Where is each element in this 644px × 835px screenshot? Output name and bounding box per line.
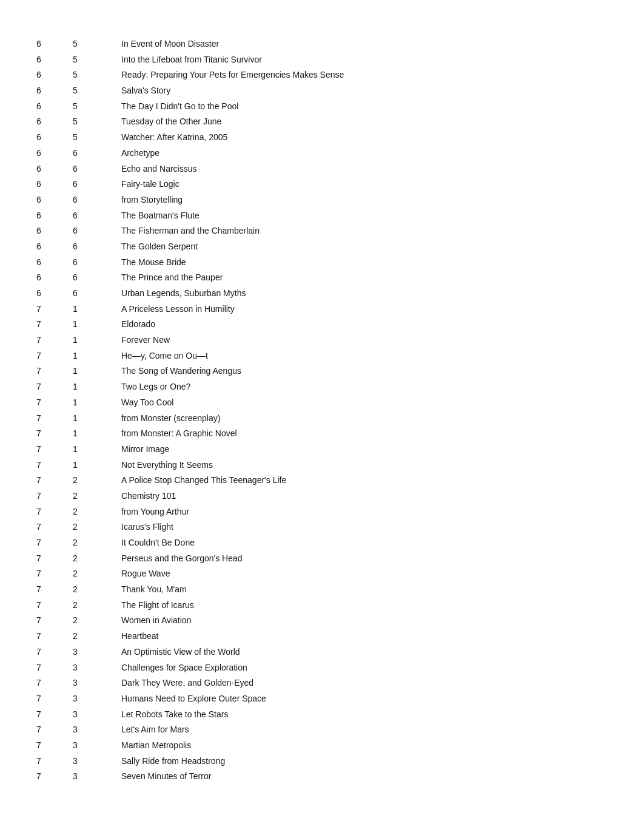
- grade-cell: 7: [36, 396, 73, 410]
- unit-cell: 2: [73, 567, 121, 581]
- title-cell: Seven Minutes of Terror: [121, 770, 608, 783]
- grade-cell: 7: [36, 505, 73, 519]
- table-row: 66Echo and Narcissus: [36, 161, 608, 177]
- grade-cell: 7: [36, 380, 73, 394]
- title-cell: The Flight of Icarus: [121, 599, 608, 612]
- title-cell: Ready: Preparing Your Pets for Emergenci…: [121, 69, 608, 82]
- title-cell: A Police Stop Changed This Teenager's Li…: [121, 474, 608, 487]
- grade-cell: 6: [36, 225, 73, 238]
- unit-cell: 6: [73, 271, 121, 285]
- table-row: 73Seven Minutes of Terror: [36, 769, 608, 785]
- title-cell: The Song of Wandering Aengus: [121, 365, 608, 378]
- grade-cell: 7: [36, 646, 73, 659]
- table-row: 65Tuesday of the Other June: [36, 114, 608, 130]
- unit-cell: 2: [73, 614, 121, 627]
- grade-cell: 7: [36, 755, 73, 768]
- unit-cell: 2: [73, 583, 121, 597]
- title-cell: Sally Ride from Headstrong: [121, 755, 608, 768]
- unit-cell: 1: [73, 396, 121, 410]
- unit-cell: 6: [73, 147, 121, 160]
- table-row: 71Eldorado: [36, 317, 608, 333]
- grade-cell: 6: [36, 178, 73, 191]
- grade-cell: 6: [36, 131, 73, 144]
- table-row: 72Women in Aviation: [36, 613, 608, 629]
- unit-cell: 2: [73, 474, 121, 487]
- grade-cell: 6: [36, 69, 73, 82]
- table-row: 73An Optimistic View of the World: [36, 644, 608, 660]
- unit-cell: 1: [73, 427, 121, 441]
- title-cell: Challenges for Space Exploration: [121, 661, 608, 675]
- unit-cell: 3: [73, 723, 121, 737]
- grade-cell: 7: [36, 474, 73, 487]
- grade-cell: 6: [36, 100, 73, 113]
- title-cell: Salva's Story: [121, 84, 608, 98]
- title-cell: Thank You, M'am: [121, 583, 608, 597]
- unit-cell: 1: [73, 365, 121, 378]
- table-row: 66The Mouse Bride: [36, 255, 608, 271]
- title-cell: Let Robots Take to the Stars: [121, 708, 608, 722]
- table-row: 66The Prince and the Pauper: [36, 270, 608, 286]
- title-cell: Way Too Cool: [121, 396, 608, 410]
- unit-cell: 1: [73, 459, 121, 472]
- grade-cell: 6: [36, 256, 73, 269]
- unit-cell: 3: [73, 708, 121, 722]
- unit-cell: 3: [73, 739, 121, 752]
- unit-cell: 2: [73, 490, 121, 503]
- title-cell: Icarus's Flight: [121, 521, 608, 534]
- grade-cell: 6: [36, 84, 73, 98]
- title-cell: Urban Legends, Suburban Myths: [121, 287, 608, 300]
- unit-cell: 5: [73, 84, 121, 98]
- grade-cell: 7: [36, 459, 73, 472]
- title-cell: The Day I Didn't Go to the Pool: [121, 100, 608, 113]
- title-cell: Fairy-tale Logic: [121, 178, 608, 191]
- title-cell: The Boatman's Flute: [121, 209, 608, 223]
- table-row: 72A Police Stop Changed This Teenager's …: [36, 473, 608, 488]
- title-cell: The Fisherman and the Chamberlain: [121, 225, 608, 238]
- grade-cell: 7: [36, 630, 73, 643]
- title-cell: Two Legs or One?: [121, 380, 608, 394]
- title-cell: The Golden Serpent: [121, 240, 608, 254]
- unit-cell: 1: [73, 380, 121, 394]
- unit-cell: 6: [73, 163, 121, 176]
- grade-cell: 6: [36, 209, 73, 223]
- title-cell: In Event of Moon Disaster: [121, 38, 608, 51]
- grade-cell: 6: [36, 147, 73, 160]
- grade-cell: 7: [36, 567, 73, 581]
- title-cell: Archetype: [121, 147, 608, 160]
- title-cell: Dark They Were, and Golden-Eyed: [121, 677, 608, 690]
- unit-cell: 1: [73, 443, 121, 456]
- title-cell: from Monster (screenplay): [121, 412, 608, 425]
- grade-cell: 6: [36, 115, 73, 129]
- grade-cell: 7: [36, 583, 73, 597]
- title-cell: A Priceless Lesson in Humility: [121, 303, 608, 316]
- title-cell: The Mouse Bride: [121, 256, 608, 269]
- table-row: 71Mirror Image: [36, 442, 608, 458]
- grade-cell: 7: [36, 521, 73, 534]
- grade-cell: 7: [36, 599, 73, 612]
- grade-cell: 7: [36, 365, 73, 378]
- table-row: 65Ready: Preparing Your Pets for Emergen…: [36, 67, 608, 83]
- unit-cell: 2: [73, 521, 121, 534]
- title-cell: Let's Aim for Mars: [121, 723, 608, 737]
- grade-cell: 7: [36, 350, 73, 363]
- grade-cell: 7: [36, 536, 73, 550]
- unit-cell: 2: [73, 552, 121, 566]
- unit-cell: 3: [73, 755, 121, 768]
- grade-cell: 7: [36, 334, 73, 347]
- grade-cell: 7: [36, 552, 73, 566]
- title-cell: from Young Arthur: [121, 505, 608, 519]
- title-cell: Perseus and the Gorgon's Head: [121, 552, 608, 566]
- title-cell: An Optimistic View of the World: [121, 646, 608, 659]
- table-row: 66from Storytelling: [36, 192, 608, 208]
- title-cell: Not Everything It Seems: [121, 459, 608, 472]
- unit-cell: 1: [73, 318, 121, 331]
- unit-cell: 6: [73, 240, 121, 254]
- unit-cell: 6: [73, 178, 121, 191]
- unit-cell: 6: [73, 287, 121, 300]
- unit-cell: 1: [73, 334, 121, 347]
- unit-cell: 5: [73, 38, 121, 51]
- unit-cell: 1: [73, 303, 121, 316]
- table-row: 66Archetype: [36, 146, 608, 161]
- title-cell: Into the Lifeboat from Titanic Survivor: [121, 53, 608, 67]
- title-cell: Forever New: [121, 334, 608, 347]
